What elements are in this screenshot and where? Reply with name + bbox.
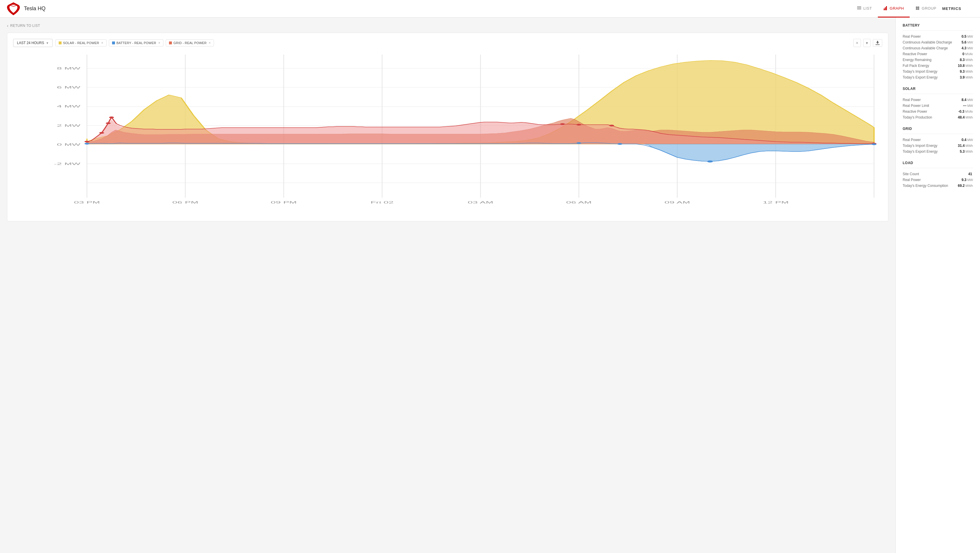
remove-grid-filter[interactable]: × — [208, 41, 211, 45]
battery-color-dot — [112, 41, 115, 45]
svg-text:03 PM: 03 PM — [74, 201, 100, 204]
svg-text:6 MW: 6 MW — [57, 86, 81, 89]
remove-solar-filter[interactable]: × — [101, 41, 103, 45]
svg-text:06 AM: 06 AM — [566, 201, 592, 204]
battery-import-energy-value: 9.3MWh — [960, 70, 973, 73]
solar-real-power-limit-value: ---MW — [963, 104, 973, 108]
battery-real-power-row: Real Power 0.5MW — [903, 33, 973, 40]
svg-point-46 — [560, 123, 565, 125]
svg-point-54 — [872, 143, 877, 145]
chart-toolbar: LAST 24 HOURS ▼ SOLAR - REAL POWER × BAT… — [13, 39, 882, 47]
battery-import-energy-row: Today's Import Energy 9.3MWh — [903, 69, 973, 75]
svg-text:12 PM: 12 PM — [762, 201, 789, 204]
back-arrow-icon: ‹ — [7, 23, 8, 28]
battery-reactive-label: Reactive Power — [903, 52, 927, 56]
svg-rect-10 — [875, 45, 880, 45]
solar-production-row: Today's Production 48.4MWh — [903, 115, 973, 120]
content-area: ‹ RETURN TO LIST LAST 24 HOURS ▼ SOLAR -… — [0, 18, 980, 553]
battery-export-energy-row: Today's Export Energy 3.9MWh — [903, 75, 973, 80]
solar-section-title: SOLAR — [903, 87, 973, 91]
battery-cont-discharge-label: Continuous Available Discharge — [903, 40, 952, 45]
grid-import-energy-value: 31.4MWh — [958, 143, 973, 148]
back-link[interactable]: ‹ RETURN TO LIST — [7, 23, 888, 28]
svg-text:03 AM: 03 AM — [468, 201, 493, 204]
svg-point-52 — [617, 143, 622, 145]
grid-real-power-label: Real Power — [903, 138, 921, 142]
chart-card: LAST 24 HOURS ▼ SOLAR - REAL POWER × BAT… — [7, 33, 888, 222]
battery-cont-charge-label: Continuous Available Charge — [903, 46, 948, 50]
load-site-count-row: Site Count 41 — [903, 171, 973, 177]
svg-text:Fri 02: Fri 02 — [371, 201, 394, 204]
filter-tag-grid: GRID - REAL POWER × — [166, 40, 214, 46]
toolbar-actions: × ▾ — [853, 39, 882, 47]
battery-import-energy-label: Today's Import Energy — [903, 70, 937, 73]
site-title: Tesla HQ — [24, 6, 851, 12]
battery-section-title: BATTERY — [903, 23, 973, 27]
grid-real-power-row: Real Power 0.4MW — [903, 137, 973, 143]
chart-svg: 8 MW 6 MW 4 MW 2 MW 0 MW -2 MW 03 PM 06 … — [13, 52, 882, 215]
list-icon — [857, 6, 861, 10]
metrics-section-load: LOAD Site Count 41 Real Power 9.3MW Toda… — [903, 161, 973, 189]
grid-import-energy-label: Today's Import Energy — [903, 143, 937, 148]
svg-point-48 — [609, 125, 614, 126]
battery-energy-remaining-row: Energy Remaining 8.3MWh — [903, 57, 973, 63]
svg-text:2 MW: 2 MW — [57, 124, 81, 127]
time-selector[interactable]: LAST 24 HOURS ▼ — [13, 39, 52, 47]
battery-energy-remaining-value: 8.3MWh — [960, 58, 973, 62]
load-energy-consumption-label: Today's Energy Consumption — [903, 184, 948, 188]
solar-color-dot — [59, 41, 62, 45]
battery-export-energy-value: 3.9MWh — [960, 75, 973, 80]
load-site-count-value: 41 — [968, 172, 973, 176]
battery-full-pack-row: Full Pack Energy 10.8MWh — [903, 63, 973, 69]
svg-text:09 PM: 09 PM — [270, 201, 296, 204]
svg-rect-3 — [884, 8, 885, 10]
grid-import-energy-row: Today's Import Energy 31.4MWh — [903, 143, 973, 148]
download-button[interactable] — [873, 39, 882, 47]
load-site-count-label: Site Count — [903, 172, 919, 176]
svg-rect-1 — [857, 8, 861, 8]
svg-rect-2 — [857, 9, 861, 10]
svg-point-9 — [918, 8, 919, 10]
grid-export-energy-row: Today's Export Energy 5.3MWh — [903, 148, 973, 155]
svg-text:4 MW: 4 MW — [57, 105, 81, 108]
metrics-section-solar: SOLAR Real Power 8.4MW Real Power Limit … — [903, 87, 973, 120]
grid-section-title: GRID — [903, 127, 973, 131]
svg-point-7 — [918, 6, 919, 8]
solar-real-power-limit-label: Real Power Limit — [903, 104, 929, 108]
metrics-header-title: METRICS — [942, 6, 973, 11]
caret-icon: ▼ — [46, 41, 49, 45]
svg-point-51 — [576, 142, 581, 144]
filter-tag-battery: BATTERY - REAL POWER × — [109, 40, 164, 46]
svg-text:09 AM: 09 AM — [665, 201, 690, 204]
battery-reactive-value: 0MVAr — [963, 52, 973, 56]
expand-filters-button[interactable]: ▾ — [863, 39, 870, 47]
solar-real-power-row: Real Power 8.4MW — [903, 97, 973, 103]
solar-reactive-label: Reactive Power — [903, 110, 927, 113]
battery-cont-discharge-value: 5.6MW — [962, 40, 973, 45]
svg-rect-5 — [886, 6, 887, 10]
chart-container: 8 MW 6 MW 4 MW 2 MW 0 MW -2 MW 03 PM 06 … — [13, 52, 882, 215]
svg-point-45 — [99, 132, 104, 134]
svg-point-8 — [916, 8, 918, 10]
grid-real-power-value: 0.4MW — [962, 138, 973, 142]
tab-list[interactable]: LIST — [851, 0, 878, 18]
tab-graph[interactable]: GRAPH — [878, 0, 910, 18]
load-real-power-label: Real Power — [903, 178, 921, 182]
svg-text:06 PM: 06 PM — [172, 201, 198, 204]
nav-tabs: LIST GRAPH GROUP — [851, 0, 942, 18]
svg-point-50 — [84, 143, 89, 145]
svg-point-53 — [707, 161, 713, 163]
load-real-power-value: 9.3MW — [962, 178, 973, 182]
remove-battery-filter[interactable]: × — [158, 41, 160, 45]
battery-real-power-value: 0.5MW — [962, 35, 973, 38]
grid-color-dot — [169, 41, 172, 45]
solar-reactive-value: -0.3MVAr — [958, 110, 973, 113]
battery-energy-remaining-label: Energy Remaining — [903, 58, 932, 62]
clear-filters-button[interactable]: × — [853, 39, 861, 47]
battery-full-pack-value: 10.8MWh — [958, 64, 973, 68]
solar-production-label: Today's Production — [903, 115, 932, 120]
battery-cont-discharge-row: Continuous Available Discharge 5.6MW — [903, 40, 973, 45]
filter-tags: SOLAR - REAL POWER × BATTERY - REAL POWE… — [56, 40, 850, 46]
tab-group[interactable]: GROUP — [910, 0, 942, 18]
battery-export-energy-label: Today's Export Energy — [903, 75, 938, 80]
